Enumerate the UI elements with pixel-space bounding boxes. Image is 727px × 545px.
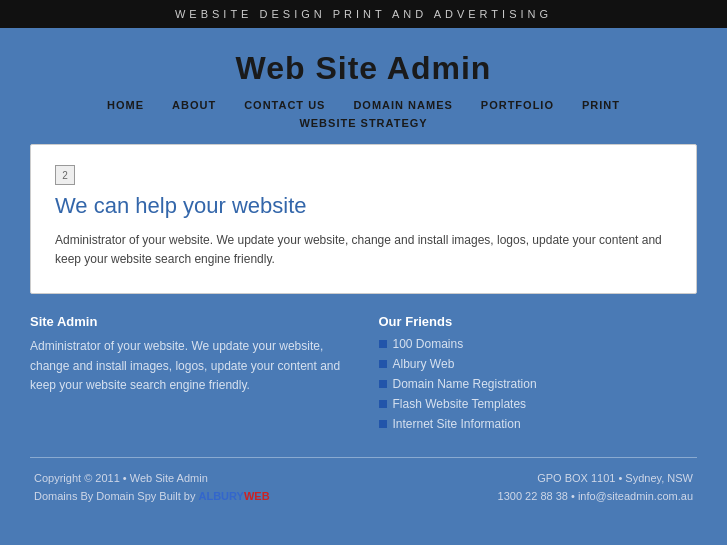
col-left: Site Admin Administrator of your website…: [30, 314, 349, 437]
nav-item-domains[interactable]: DOMAIN NAMES: [353, 99, 452, 111]
footer: Copyright © 2011 • Web Site Admin Domain…: [30, 470, 697, 505]
navigation: HOMEABOUTCONTACT USDOMAIN NAMESPORTFOLIO…: [30, 99, 697, 130]
friend-list-item[interactable]: Albury Web: [379, 357, 698, 371]
friend-list-item[interactable]: Domain Name Registration: [379, 377, 698, 391]
nav-item-about[interactable]: ABOUT: [172, 99, 216, 111]
nav-item-portfolio[interactable]: PORTFOLIO: [481, 99, 554, 111]
friend-link-label: Flash Website Templates: [393, 397, 527, 411]
friend-link-label: Internet Site Information: [393, 417, 521, 431]
col-right-heading: Our Friends: [379, 314, 698, 329]
bullet-icon: [379, 360, 387, 368]
nav-item-print[interactable]: PRINT: [582, 99, 620, 111]
nav-row1: HOMEABOUTCONTACT USDOMAIN NAMESPORTFOLIO…: [30, 99, 697, 111]
friend-list-item[interactable]: Internet Site Information: [379, 417, 698, 431]
friend-link-label: 100 Domains: [393, 337, 464, 351]
bullet-icon: [379, 400, 387, 408]
bullet-icon: [379, 340, 387, 348]
friend-link-label: Domain Name Registration: [393, 377, 537, 391]
nav-row2: WEBSITE STRATEGY: [30, 115, 697, 130]
site-title: Web Site Admin: [30, 28, 697, 99]
top-banner: WEBSITE DESIGN PRINT AND ADVERTISING: [0, 0, 727, 28]
nav-item-contact[interactable]: CONTACT US: [244, 99, 325, 111]
col-right: Our Friends 100 DomainsAlbury WebDomain …: [379, 314, 698, 437]
content-card: 2 We can help your website Administrator…: [30, 144, 697, 294]
divider: [30, 457, 697, 458]
friend-link-label: Albury Web: [393, 357, 455, 371]
friends-list: 100 DomainsAlbury WebDomain Name Registr…: [379, 337, 698, 431]
bullet-icon: [379, 420, 387, 428]
col-left-heading: Site Admin: [30, 314, 349, 329]
two-col-section: Site Admin Administrator of your website…: [30, 314, 697, 437]
albury-link[interactable]: ALBURYWEB: [198, 490, 269, 502]
bullet-icon: [379, 380, 387, 388]
footer-left: Copyright © 2011 • Web Site Admin Domain…: [34, 470, 270, 505]
card-heading: We can help your website: [55, 193, 672, 219]
footer-contact: 1300 22 88 38 • info@siteadmin.com.au: [498, 488, 693, 506]
footer-copyright: Copyright © 2011 • Web Site Admin: [34, 470, 270, 488]
broken-image-icon: 2: [55, 165, 75, 185]
friend-list-item[interactable]: 100 Domains: [379, 337, 698, 351]
main-wrapper: Web Site Admin HOMEABOUTCONTACT USDOMAIN…: [0, 28, 727, 526]
footer-right: GPO BOX 1101 • Sydney, NSW 1300 22 88 38…: [498, 470, 693, 505]
footer-domains: Domains By Domain Spy Built by ALBURYWEB: [34, 488, 270, 506]
nav-item-strategy[interactable]: WEBSITE STRATEGY: [299, 117, 427, 129]
col-left-body: Administrator of your website. We update…: [30, 337, 349, 395]
card-body: Administrator of your website. We update…: [55, 231, 672, 269]
nav-item-home[interactable]: HOME: [107, 99, 144, 111]
top-banner-text: WEBSITE DESIGN PRINT AND ADVERTISING: [175, 8, 552, 20]
friend-list-item[interactable]: Flash Website Templates: [379, 397, 698, 411]
footer-address: GPO BOX 1101 • Sydney, NSW: [498, 470, 693, 488]
